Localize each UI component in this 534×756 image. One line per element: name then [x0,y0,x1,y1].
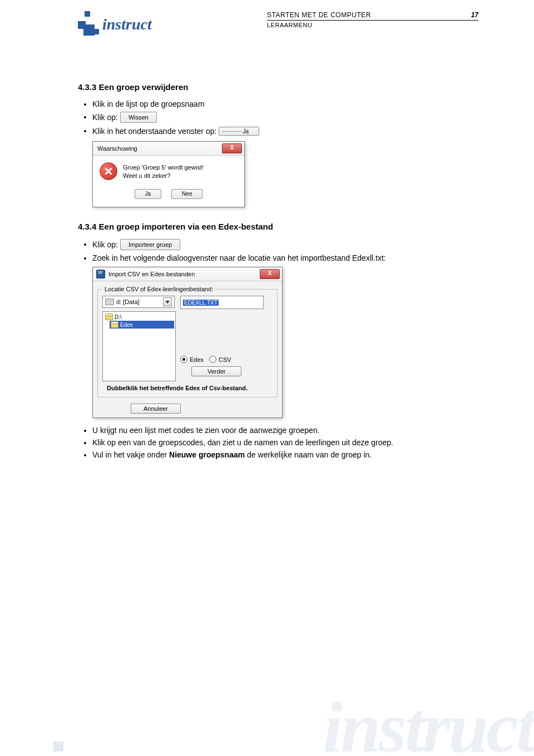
radio-label: Edex [190,356,204,363]
list-item: Klik op een van de groepscodes, dan ziet… [92,438,478,447]
logo-mark-icon [78,11,98,38]
text: de werkelijke naam van de groep in. [245,450,372,459]
section-433-list: Klik in de lijst op de groepsnaam Klik o… [92,100,478,136]
logo: instruct [78,11,152,38]
folder-open-icon [105,314,113,320]
warning-dialog: Waarschuwing X Groep 'Groep 5' wordt gew… [92,141,245,207]
selected-file: EDEXLL.TXT [183,300,219,306]
text: Klik op: [92,113,118,122]
section-434-list: Klik op: Importeer groep Zoek in het vol… [92,239,478,262]
watermark-text: instruct [323,698,534,756]
text: Klik op: [92,240,118,249]
text: Edex [120,322,133,328]
list-item: U krijgt nu een lijst met codes te zien … [92,426,478,435]
format-radios: Edex CSV [180,356,264,363]
drive-select[interactable]: d: [Data] [102,296,175,308]
location-fieldset: Locatie CSV of Edex-leerlingenbestand: d… [97,286,278,397]
text: Weet u dit zeker? [123,172,204,180]
dialog-titlebar: Waarschuwing X [93,142,244,156]
ja-button[interactable]: Ja [135,189,162,199]
import-dialog: Import CSV en Edex-bestanden X Locatie C… [92,267,283,418]
radio-label: CSV [219,356,231,363]
list-item: Klik in het onderstaande venster op: Ja [92,126,478,136]
text: Zoek in het volgende dialoogvenster naar… [92,253,386,262]
text: Klik in de lijst op de groepsnaam [92,100,205,108]
dialog-title: Import CSV en Edex-bestanden [108,271,195,277]
radio-edex[interactable]: Edex [180,356,204,363]
nee-button[interactable]: Nee [171,189,202,199]
folder-open-icon [111,321,118,328]
close-icon[interactable]: X [222,143,242,153]
folder-tree[interactable]: D:\ Edex [102,311,176,381]
radio-icon [180,356,187,363]
list-item: Klik in de lijst op de groepsnaam [92,100,478,108]
section-434-after-list: U krijgt nu een lijst met codes te zien … [92,426,478,459]
tree-row-selected[interactable]: Edex [110,321,174,329]
file-list[interactable]: EDEXLL.TXT [180,296,264,309]
text: Vul in het vakje onder [92,450,169,459]
error-icon [100,162,117,180]
dialog-message: Groep 'Groep 5' wordt gewist! Weet u dit… [123,163,204,180]
hint-text: Dubbelklik het betreffende Edex of Csv-b… [107,385,273,391]
radio-csv[interactable]: CSV [209,356,231,363]
text: U krijgt nu een lijst met codes te zien … [92,426,320,435]
dialog-actions: Ja Nee [93,185,244,207]
text: Klik in het onderstaande venster op: [92,127,216,136]
text: Klik op een van de groepscodes, dan ziet… [92,438,393,447]
list-item: Vul in het vakje onder Nieuwe groepsnaam… [92,450,478,459]
drive-label: d: [Data] [116,299,140,305]
dialog-titlebar: Import CSV en Edex-bestanden X [93,267,282,281]
section-433-heading: 4.3.3 Een groep verwijderen [78,82,478,92]
dialog-title: Waarschuwing [97,145,137,152]
logo-text: instruct [102,16,152,33]
page-number: 17 [471,11,478,19]
close-icon[interactable]: X [260,269,280,279]
drive-icon [105,299,114,305]
radio-icon [209,356,216,363]
text: Groep 'Groep 5' wordt gewist! [123,163,204,171]
list-item: Klik op: Importeer groep [92,239,478,250]
doc-subtitle: LERAARMENU [267,22,478,28]
chevron-down-icon[interactable] [163,297,172,306]
text: D:\ [115,314,122,320]
list-item: Zoek in het volgende dialoogvenster naar… [92,253,478,262]
doc-title: STARTEN MET DE COMPUTER [267,11,371,19]
fieldset-legend: Locatie CSV of Edex-leerlingenbestand: [102,286,215,292]
app-icon [96,270,105,278]
tree-row[interactable]: D:\ [104,313,174,321]
bold-text: Nieuwe groepsnaam [169,450,245,459]
ja-inline-button[interactable]: Ja [219,127,259,136]
list-item: Klik op: Wissen [92,112,478,123]
header-meta: STARTEN MET DE COMPUTER 17 LERAARMENU [267,11,478,28]
section-434-heading: 4.3.4 Een groep importeren via een Edex-… [78,222,478,231]
verder-button[interactable]: Verder [191,366,241,376]
page-header: instruct STARTEN MET DE COMPUTER 17 LERA… [78,11,478,38]
wissen-button[interactable]: Wissen [120,112,157,123]
importeer-groep-button[interactable]: Importeer groep [120,239,180,250]
annuleer-button[interactable]: Annuleer [131,404,181,414]
watermark-block-icon [53,742,63,752]
